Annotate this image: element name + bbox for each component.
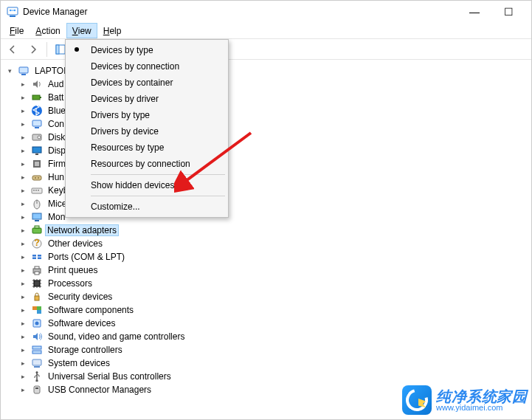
expand-icon[interactable]: ▸	[18, 359, 28, 368]
menu-item-resources-by-connection[interactable]: Resources by connection	[67, 156, 227, 172]
expand-icon[interactable]: ▸	[18, 345, 28, 355]
menu-view[interactable]: View	[66, 23, 97, 38]
tree-item-system[interactable]: ▸System devices	[5, 357, 531, 370]
expand-icon[interactable]: ▸	[18, 266, 28, 275]
svg-rect-25	[33, 190, 35, 191]
firmware-icon	[31, 158, 43, 170]
tree-item-swdev[interactable]: ▸Software devices	[5, 317, 531, 330]
disk-icon	[31, 131, 43, 143]
menu-file[interactable]: File	[4, 23, 30, 38]
svg-rect-51	[34, 366, 40, 368]
sound-icon	[31, 331, 43, 342]
tree-item-storage[interactable]: ▸Storage controllers	[5, 343, 531, 357]
tree-item-label: Software devices	[47, 318, 116, 328]
svg-point-16	[38, 136, 41, 139]
mouse-icon	[31, 198, 43, 210]
expand-icon[interactable]: ▸	[18, 279, 28, 289]
menu-item-devices-by-driver[interactable]: Devices by driver	[67, 91, 227, 107]
svg-rect-39	[35, 266, 39, 269]
svg-rect-48	[32, 346, 41, 349]
check-icon	[75, 47, 79, 52]
tree-item-label: Software components	[47, 305, 134, 315]
tree-item-label: Ports (COM & LPT)	[47, 252, 125, 262]
expand-icon[interactable]: ▸	[18, 332, 28, 342]
expand-icon[interactable]: ▸	[18, 385, 28, 395]
tree-item-ports[interactable]: ▸Ports (COM & LPT)	[5, 250, 531, 264]
expand-icon[interactable]: ▸	[18, 186, 28, 196]
expand-icon[interactable]: ▸	[18, 252, 28, 262]
tree-item-sound[interactable]: ▸Sound, video and game controllers	[5, 330, 531, 343]
tree-item-print[interactable]: ▸Print queues	[5, 264, 531, 277]
tree-item-network[interactable]: ▸Network adapters	[5, 224, 531, 237]
tree-item-usb[interactable]: ▸Universal Serial Bus controllers	[5, 370, 531, 383]
expand-icon[interactable]: ▸	[18, 213, 28, 222]
expand-icon[interactable]: ▸	[18, 159, 28, 169]
minimize-button[interactable]: —	[457, 1, 491, 23]
computer-icon	[31, 118, 43, 130]
collapse-icon[interactable]: ▾	[5, 66, 15, 76]
menu-item-resources-by-type[interactable]: Resources by type	[67, 140, 227, 156]
tree-item-processor[interactable]: ▸Processors	[5, 277, 531, 290]
expand-icon[interactable]: ▸	[18, 306, 28, 315]
expand-icon[interactable]: ▸	[18, 292, 28, 302]
ports-icon	[31, 251, 43, 263]
tree-item-label: Firm	[47, 159, 66, 169]
keyboard-icon	[31, 185, 43, 196]
hid-icon	[31, 171, 43, 183]
svg-rect-30	[32, 213, 41, 219]
watermark-logo-icon	[402, 385, 432, 415]
svg-point-22	[35, 177, 36, 179]
maximize-button[interactable]: ☐	[491, 1, 525, 23]
tree-item-security[interactable]: ▸Security devices	[5, 290, 531, 303]
battery-icon	[31, 92, 43, 103]
tree-item-swcomp[interactable]: ▸Software components	[5, 303, 531, 317]
svg-rect-21	[32, 176, 41, 180]
app-icon	[7, 6, 18, 18]
tree-item-label: Processors	[47, 278, 93, 289]
swcomp-icon	[31, 304, 43, 316]
swdev-icon	[31, 317, 43, 329]
tree-item-label: Sound, video and game controllers	[47, 331, 185, 342]
menu-item-devices-by-type[interactable]: Devices by type	[67, 42, 227, 58]
tree-item-other[interactable]: ▸?Other devices	[5, 237, 531, 250]
tree-item-label: Other devices	[47, 238, 103, 249]
expand-icon[interactable]: ▸	[18, 226, 28, 235]
menu-separator	[91, 174, 225, 175]
monitor-icon	[31, 211, 43, 223]
expand-icon[interactable]: ▸	[18, 93, 28, 103]
expand-icon[interactable]: ▸	[18, 133, 28, 142]
menu-item-devices-by-container[interactable]: Devices by container	[67, 75, 227, 91]
menu-action[interactable]: Action	[30, 23, 66, 38]
menu-item-show-hidden-devices[interactable]: Show hidden devices	[67, 177, 227, 193]
menu-item-customize-[interactable]: Customize...	[67, 199, 227, 215]
forward-button[interactable]	[24, 41, 42, 58]
svg-rect-11	[40, 97, 41, 98]
menu-item-devices-by-connection[interactable]: Devices by connection	[67, 58, 227, 75]
tree-item-label: Storage controllers	[47, 345, 123, 355]
expand-icon[interactable]: ▸	[18, 372, 28, 382]
menu-help[interactable]: Help	[97, 23, 128, 38]
usb-icon	[31, 371, 43, 382]
tree-item-label: Batt	[47, 92, 64, 103]
expand-icon[interactable]: ▸	[18, 80, 28, 89]
svg-rect-17	[32, 147, 41, 153]
expand-icon[interactable]: ▸	[18, 146, 28, 156]
menu-item-drivers-by-device[interactable]: Drivers by device	[67, 123, 227, 140]
back-button[interactable]	[4, 41, 21, 58]
expand-icon[interactable]: ▸	[18, 173, 28, 182]
print-icon	[31, 264, 43, 276]
expand-icon[interactable]: ▸	[18, 239, 28, 249]
expand-icon[interactable]: ▸	[18, 120, 28, 129]
tree-item-label: USB Connector Managers	[47, 385, 152, 395]
tree-item-label: Disk	[47, 132, 66, 142]
svg-rect-13	[32, 120, 41, 126]
svg-point-47	[35, 322, 39, 326]
expand-icon[interactable]: ▸	[18, 106, 28, 116]
tree-item-label: Hun	[47, 172, 65, 182]
menu-item-drivers-by-type[interactable]: Drivers by type	[67, 107, 227, 123]
svg-rect-50	[32, 359, 41, 365]
other-icon: ?	[31, 238, 43, 249]
expand-icon[interactable]: ▸	[18, 319, 28, 328]
svg-rect-27	[38, 190, 39, 191]
expand-icon[interactable]: ▸	[18, 199, 28, 209]
